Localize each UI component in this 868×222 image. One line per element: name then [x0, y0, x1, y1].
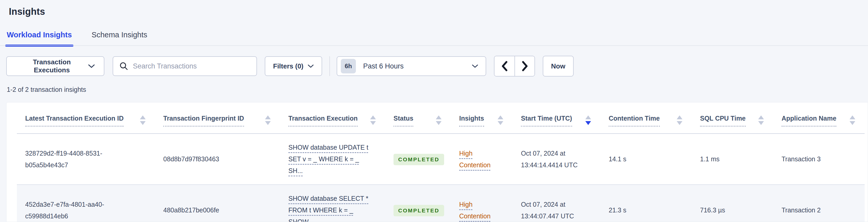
sort-control[interactable]	[370, 116, 376, 125]
time-range-dropdown[interactable]: 6h Past 6 Hours	[337, 56, 486, 76]
sort-asc-icon	[585, 116, 591, 119]
previous-time-range-button[interactable]	[494, 56, 515, 76]
column-header-latest-transaction-execution-id[interactable]: Latest Transaction Execution ID	[17, 102, 155, 133]
chevron-down-icon	[308, 64, 314, 68]
status-badge: COMPLETED	[394, 205, 444, 216]
column-header-transaction-execution[interactable]: Transaction Execution	[280, 102, 385, 133]
sort-desc-icon	[265, 121, 271, 125]
column-header-start-time[interactable]: Start Time (UTC)	[513, 102, 600, 133]
now-button-label: Now	[551, 62, 565, 70]
sort-asc-icon	[140, 116, 146, 119]
sort-desc-icon	[585, 121, 591, 125]
transaction-execution-link[interactable]: SHOW database SELECT * FROM t WHERE k = …	[288, 195, 368, 222]
filters-dropdown-label: Filters (0)	[273, 62, 304, 70]
sort-desc-icon	[436, 121, 441, 125]
column-header-status[interactable]: Status	[385, 102, 451, 133]
time-range-label: Past 6 Hours	[363, 62, 472, 70]
column-header-insights[interactable]: Insights	[451, 102, 513, 133]
tab-workload-insights[interactable]: Workload Insights	[7, 31, 72, 46]
tab-schema-insights-label: Schema Insights	[92, 31, 147, 39]
column-header-application-name[interactable]: Application Name	[773, 102, 865, 133]
sort-desc-icon	[849, 121, 855, 125]
transaction-execution-cell: SHOW database UPDATE t SET v = _ WHERE k…	[280, 133, 385, 185]
insights-page: Insights Workload Insights Schema Insigh…	[0, 0, 868, 222]
chevron-down-icon	[88, 64, 95, 68]
sort-desc-icon	[677, 121, 682, 125]
application-name-cell: Transaction 2	[773, 185, 865, 222]
sort-control[interactable]	[140, 116, 146, 125]
insights-table-card: Latest Transaction Execution ID Transact…	[6, 102, 868, 222]
start-time-cell: Oct 07, 2024 at 13:44:14.4414 UTC	[513, 133, 600, 185]
filters-dropdown[interactable]: Filters (0)	[265, 56, 322, 76]
time-range-step-buttons	[494, 56, 535, 76]
latest-execution-id-cell: 328729d2-ff19-4408-8531-b05a5b4e43c7	[17, 133, 155, 185]
results-count-caption: 1-2 of 2 transaction insights	[7, 86, 868, 93]
toolbar-separator	[330, 56, 330, 76]
execution-type-dropdown[interactable]: Transaction Executions	[6, 56, 104, 76]
latest-execution-id-cell: 452da3e7-e7fa-4801-aa40-c59988d14eb6	[17, 185, 155, 222]
toolbar: Transaction Executions Filters (0) 6h Pa…	[6, 56, 868, 76]
search-input[interactable]	[133, 62, 250, 70]
now-button[interactable]: Now	[543, 56, 574, 76]
fingerprint-id-cell: 08d8b7d97f830463	[155, 133, 280, 185]
insights-cell: High Contention	[451, 185, 513, 222]
tab-bar: Workload Insights Schema Insights	[0, 31, 868, 46]
sort-desc-icon	[498, 121, 503, 125]
sort-control[interactable]	[849, 116, 855, 125]
page-title: Insights	[0, 0, 868, 17]
sort-asc-icon	[849, 116, 855, 119]
sort-control[interactable]	[498, 116, 503, 125]
next-time-range-button[interactable]	[515, 56, 534, 76]
transaction-insights-table: Latest Transaction Execution ID Transact…	[17, 102, 865, 222]
fingerprint-id-cell: 480a8b217be006fe	[155, 185, 280, 222]
table-row: 328729d2-ff19-4408-8531-b05a5b4e43c7 08d…	[17, 133, 865, 185]
application-name-cell: Transaction 3	[773, 133, 865, 185]
status-badge: COMPLETED	[394, 154, 444, 165]
table-header-row: Latest Transaction Execution ID Transact…	[17, 102, 865, 133]
contention-time-cell: 14.1 s	[600, 133, 692, 185]
sort-asc-icon	[370, 116, 376, 119]
table-row: 452da3e7-e7fa-4801-aa40-c59988d14eb6 480…	[17, 185, 865, 222]
sort-control-active-desc[interactable]	[585, 116, 591, 125]
sql-cpu-time-cell: 1.1 ms	[692, 133, 773, 185]
search-icon	[119, 62, 128, 70]
time-range-badge: 6h	[341, 59, 356, 73]
sort-control[interactable]	[265, 116, 271, 125]
column-header-transaction-fingerprint-id[interactable]: Transaction Fingerprint ID	[155, 102, 280, 133]
contention-time-cell: 21.3 s	[600, 185, 692, 222]
sort-desc-icon	[758, 121, 764, 125]
sort-control[interactable]	[758, 116, 764, 125]
tab-bar-divider	[0, 45, 868, 46]
insights-cell: High Contention	[451, 133, 513, 185]
transaction-execution-link[interactable]: SHOW database UPDATE t SET v = _ WHERE k…	[288, 144, 368, 174]
column-header-sql-cpu-time[interactable]: SQL CPU Time	[692, 102, 773, 133]
start-time-cell: Oct 07, 2024 at 13:44:07.447 UTC	[513, 185, 600, 222]
sort-asc-icon	[265, 116, 271, 119]
sort-asc-icon	[758, 116, 764, 119]
tab-workload-insights-label: Workload Insights	[7, 31, 72, 39]
sort-asc-icon	[436, 116, 441, 119]
search-box[interactable]	[113, 56, 257, 76]
sql-cpu-time-cell: 716.3 µs	[692, 185, 773, 222]
chevron-right-icon	[522, 61, 528, 71]
chevron-down-icon	[472, 64, 478, 68]
column-header-contention-time[interactable]: Contention Time	[600, 102, 692, 133]
sort-control[interactable]	[677, 116, 682, 125]
sort-asc-icon	[677, 116, 682, 119]
status-cell: COMPLETED	[385, 133, 451, 185]
tab-schema-insights[interactable]: Schema Insights	[92, 31, 147, 46]
status-cell: COMPLETED	[385, 185, 451, 222]
sort-desc-icon	[370, 121, 376, 125]
sort-desc-icon	[140, 121, 146, 125]
sort-asc-icon	[498, 116, 503, 119]
execution-type-dropdown-label: Transaction Executions	[16, 58, 88, 74]
high-contention-link[interactable]: High Contention	[459, 201, 491, 220]
sort-control[interactable]	[436, 116, 441, 125]
chevron-left-icon	[501, 61, 508, 71]
transaction-execution-cell: SHOW database SELECT * FROM t WHERE k = …	[280, 185, 385, 222]
high-contention-link[interactable]: High Contention	[459, 150, 491, 168]
